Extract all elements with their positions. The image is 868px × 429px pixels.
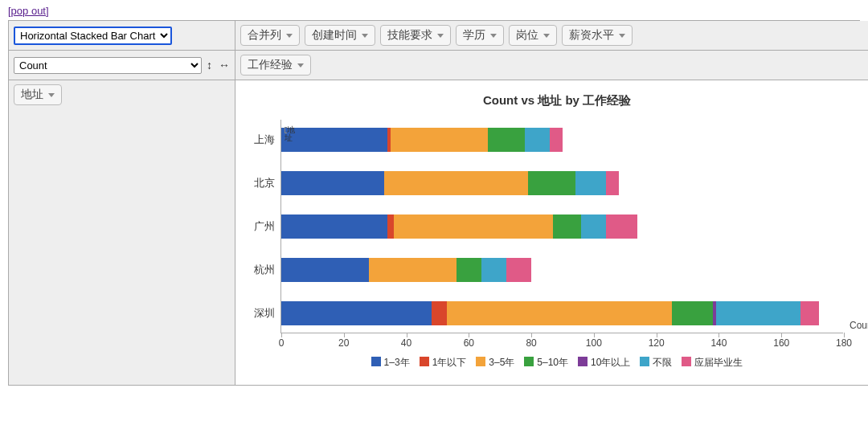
aggregator-select[interactable]: Count: [14, 57, 202, 74]
legend-item: 不限: [640, 356, 672, 370]
legend-item: 3–5年: [476, 356, 514, 370]
chevron-down-icon: [362, 34, 368, 38]
sort-horizontal-icon[interactable]: ↔: [219, 59, 230, 72]
x-tick-label: 100: [586, 337, 602, 349]
bar-segment: [525, 128, 550, 152]
legend-item: 5–10年: [524, 356, 568, 370]
y-tick-label: 上海: [254, 133, 275, 147]
sort-vertical-icon[interactable]: ↕: [207, 59, 212, 72]
bar-segment: [606, 171, 619, 195]
legend-swatch: [682, 357, 691, 366]
chart-legend: 1–3年1年以下3–5年5–10年10年以上不限应届毕业生: [242, 356, 868, 370]
legend-swatch: [578, 357, 588, 366]
legend-swatch: [476, 357, 485, 366]
bar-segment: [575, 171, 607, 195]
chevron-down-icon: [48, 93, 55, 97]
bar-segment: [457, 258, 481, 282]
bar-segment: [384, 171, 528, 195]
legend-item: 应届毕业生: [682, 356, 743, 370]
chevron-down-icon: [543, 34, 550, 38]
y-tick-label: 杭州: [254, 263, 275, 277]
bar-annotation: 地址: [285, 126, 295, 142]
bar-segment: [606, 214, 637, 239]
bar-segment: [281, 128, 387, 152]
bar-segment: [672, 301, 713, 325]
x-tick-label: 80: [526, 337, 536, 349]
bar-segment: [528, 171, 575, 195]
top-filter-bar: 合并列创建时间技能要求学历岗位薪资水平: [235, 21, 868, 51]
filter-pill[interactable]: 岗位: [509, 25, 557, 46]
bar-segment: [281, 301, 432, 325]
chevron-down-icon: [297, 63, 304, 67]
bar-segment: [281, 214, 387, 239]
bar-row: [281, 128, 563, 152]
bar-segment: [387, 214, 394, 239]
filter-pill[interactable]: 技能要求: [380, 25, 451, 46]
chevron-down-icon: [437, 34, 444, 38]
col-field-cell: 工作经验: [235, 51, 868, 80]
pop-out-link[interactable]: [pop out]: [8, 5, 49, 17]
bar-segment: [369, 258, 457, 282]
bar-row: [281, 214, 637, 239]
legend-swatch: [420, 357, 429, 366]
x-tick-label: 40: [401, 337, 411, 349]
legend-item: 1–3年: [371, 356, 410, 370]
bar-segment: [716, 301, 800, 325]
bar-segment: [581, 214, 606, 239]
x-tick-label: 120: [649, 337, 665, 349]
x-tick-label: 160: [773, 337, 789, 349]
y-tick-label: 深圳: [254, 306, 275, 321]
filter-pill[interactable]: 薪资水平: [562, 25, 633, 46]
legend-swatch: [640, 357, 649, 366]
bar-segment: [391, 128, 488, 152]
chart-title: Count vs 地址 by 工作经验: [242, 93, 868, 108]
chevron-down-icon: [490, 34, 497, 38]
filter-pill[interactable]: 创建时间: [305, 25, 375, 46]
filter-pill[interactable]: 学历: [456, 25, 504, 46]
bar-segment: [447, 301, 672, 325]
x-tick-label: 60: [464, 337, 474, 349]
filter-pill[interactable]: 合并列: [240, 25, 300, 46]
legend-item: 10年以上: [578, 356, 630, 370]
chart-panel: Count vs 地址 by 工作经验 Count 上海北京广州杭州深圳地址02…: [235, 80, 868, 386]
chevron-down-icon: [286, 34, 293, 38]
bar-row: [281, 171, 619, 195]
row-field-cell: 地址: [8, 80, 235, 386]
bar-segment: [800, 301, 819, 325]
x-tick-label: 180: [836, 337, 852, 349]
chart-type-cell: Horizontal Stacked Bar Chart: [8, 21, 235, 51]
bar-segment: [481, 258, 506, 282]
bar-segment: [432, 301, 447, 325]
y-tick-label: 北京: [254, 176, 275, 190]
legend-swatch: [524, 357, 534, 366]
bar-segment: [394, 214, 553, 239]
bar-segment: [281, 171, 384, 195]
bar-segment: [488, 128, 526, 152]
x-tick-label: 140: [710, 337, 727, 349]
chart-type-select[interactable]: Horizontal Stacked Bar Chart: [14, 27, 172, 45]
x-tick-label: 20: [338, 337, 349, 349]
bar-segment: [281, 258, 369, 282]
bar-segment: [506, 258, 531, 282]
x-tick-label: 0: [279, 337, 285, 349]
chevron-down-icon: [619, 34, 625, 38]
bar-segment: [550, 128, 563, 152]
col-field-pill[interactable]: 工作经验: [240, 55, 311, 76]
row-field-pill[interactable]: 地址: [14, 84, 62, 105]
chart-plot: Count 上海北京广州杭州深圳地址0204060801001201401601…: [280, 120, 843, 333]
bar-row: [281, 301, 819, 325]
aggregator-cell: Count ↕ ↔: [8, 51, 235, 80]
legend-item: 1年以下: [420, 356, 467, 370]
bar-segment: [553, 214, 581, 239]
bar-row: [281, 258, 531, 282]
legend-swatch: [371, 357, 381, 366]
y-tick-label: 广州: [254, 219, 275, 234]
x-axis-label: Count: [850, 320, 868, 331]
